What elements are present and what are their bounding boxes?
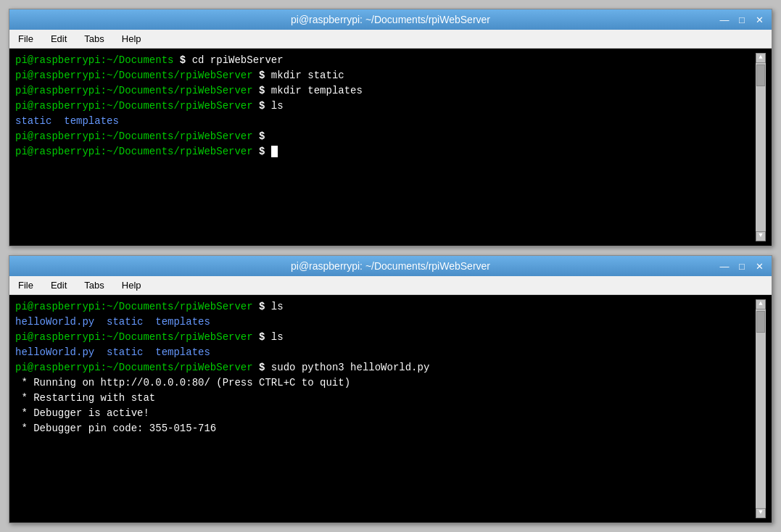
menu-bar-1: File Edit Tabs Help <box>9 30 772 49</box>
menu-file-1[interactable]: File <box>15 32 36 46</box>
menu-edit-2[interactable]: Edit <box>48 278 70 292</box>
maximize-btn-2[interactable]: □ <box>735 259 748 273</box>
terminal-window-2: pi@raspberrypi: ~/Documents/rpiWebServer… <box>9 255 772 523</box>
terminal-output-2: pi@raspberrypi:~/Documents/rpiWebServer … <box>15 299 756 518</box>
window-controls-2: — □ ✕ <box>718 259 766 273</box>
menu-file-2[interactable]: File <box>15 278 36 292</box>
scroll-up-2[interactable]: ▲ <box>756 299 766 309</box>
scrollbar-2[interactable]: ▲ ▼ <box>756 299 766 518</box>
terminal-body-2[interactable]: pi@raspberrypi:~/Documents/rpiWebServer … <box>9 295 772 523</box>
maximize-btn-1[interactable]: □ <box>735 13 748 26</box>
title-bar-2: pi@raspberrypi: ~/Documents/rpiWebServer… <box>9 256 772 276</box>
menu-edit-1[interactable]: Edit <box>48 32 70 46</box>
scrollbar-1[interactable]: ▲ ▼ <box>756 53 766 241</box>
menu-tabs-1[interactable]: Tabs <box>81 32 107 46</box>
menu-tabs-2[interactable]: Tabs <box>81 278 107 292</box>
menu-bar-2: File Edit Tabs Help <box>9 276 772 295</box>
minimize-btn-2[interactable]: — <box>718 259 731 273</box>
terminal-window-1: pi@raspberrypi: ~/Documents/rpiWebServer… <box>9 9 772 246</box>
menu-help-1[interactable]: Help <box>119 32 144 46</box>
terminal-output-1: pi@raspberrypi:~/Documents $ cd rpiWebSe… <box>15 53 756 241</box>
scroll-thumb-1[interactable] <box>756 65 765 86</box>
scroll-thumb-2[interactable] <box>756 311 765 333</box>
scroll-up-1[interactable]: ▲ <box>756 53 766 63</box>
scroll-down-2[interactable]: ▼ <box>756 508 766 518</box>
close-btn-2[interactable]: ✕ <box>753 259 766 273</box>
window-controls-1: — □ ✕ <box>718 13 766 26</box>
title-bar-1: pi@raspberrypi: ~/Documents/rpiWebServer… <box>9 9 772 30</box>
terminal-body-1[interactable]: pi@raspberrypi:~/Documents $ cd rpiWebSe… <box>9 49 772 246</box>
scroll-down-1[interactable]: ▼ <box>756 231 766 241</box>
minimize-btn-1[interactable]: — <box>718 13 731 26</box>
menu-help-2[interactable]: Help <box>119 278 144 292</box>
close-btn-1[interactable]: ✕ <box>753 13 766 26</box>
title-2: pi@raspberrypi: ~/Documents/rpiWebServer <box>15 260 766 272</box>
title-1: pi@raspberrypi: ~/Documents/rpiWebServer <box>15 14 766 25</box>
